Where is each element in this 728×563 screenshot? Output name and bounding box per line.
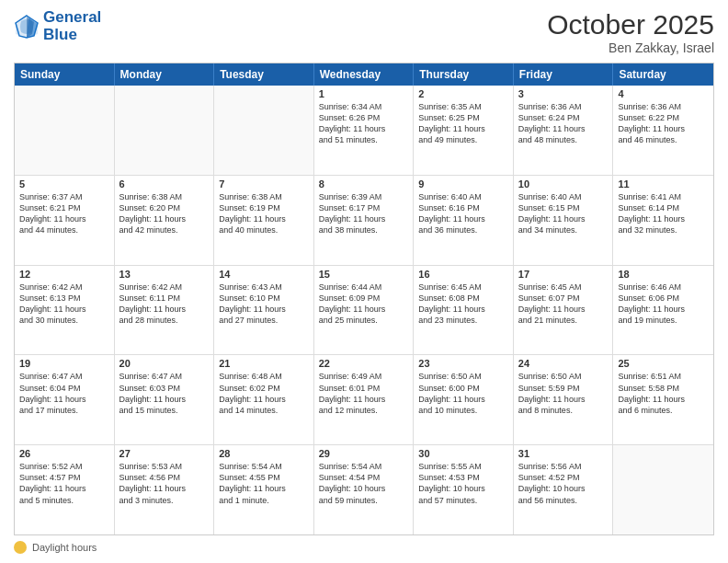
cell-info: Sunrise: 6:44 AM Sunset: 6:09 PM Dayligh…	[319, 282, 409, 327]
day-number: 22	[319, 358, 409, 369]
calendar-cell-14: 14Sunrise: 6:43 AM Sunset: 6:10 PM Dayli…	[214, 266, 314, 355]
day-number: 28	[219, 448, 309, 459]
cell-info: Sunrise: 5:55 AM Sunset: 4:53 PM Dayligh…	[418, 461, 508, 506]
day-number: 18	[618, 269, 709, 280]
day-number: 24	[518, 358, 609, 369]
cell-info: Sunrise: 6:40 AM Sunset: 6:15 PM Dayligh…	[518, 191, 609, 236]
cell-info: Sunrise: 6:39 AM Sunset: 6:17 PM Dayligh…	[319, 191, 409, 236]
day-number: 21	[219, 358, 309, 369]
calendar-cell-5: 5Sunrise: 6:37 AM Sunset: 6:21 PM Daylig…	[15, 176, 115, 265]
cell-info: Sunrise: 6:38 AM Sunset: 6:20 PM Dayligh…	[119, 191, 210, 236]
cell-info: Sunrise: 6:49 AM Sunset: 6:01 PM Dayligh…	[319, 371, 409, 416]
cell-info: Sunrise: 5:54 AM Sunset: 4:55 PM Dayligh…	[219, 461, 309, 506]
calendar-body: 1Sunrise: 6:34 AM Sunset: 6:26 PM Daylig…	[15, 86, 713, 534]
cell-info: Sunrise: 6:36 AM Sunset: 6:22 PM Dayligh…	[618, 101, 709, 146]
cell-info: Sunrise: 6:41 AM Sunset: 6:14 PM Dayligh…	[618, 191, 709, 236]
logo-icon	[14, 14, 40, 40]
footer: Daylight hours	[14, 541, 714, 554]
footer-label: Daylight hours	[32, 542, 97, 553]
month-title: October 2025	[547, 9, 714, 40]
cell-info: Sunrise: 6:42 AM Sunset: 6:13 PM Dayligh…	[19, 282, 109, 327]
day-number: 2	[418, 88, 508, 99]
calendar-cell-28: 28Sunrise: 5:54 AM Sunset: 4:55 PM Dayli…	[214, 445, 314, 534]
calendar: SundayMondayTuesdayWednesdayThursdayFrid…	[14, 63, 714, 535]
cell-info: Sunrise: 6:46 AM Sunset: 6:06 PM Dayligh…	[618, 282, 709, 327]
calendar-cell-6: 6Sunrise: 6:38 AM Sunset: 6:20 PM Daylig…	[115, 176, 215, 265]
day-number: 4	[618, 88, 709, 99]
calendar-cell-3: 3Sunrise: 6:36 AM Sunset: 6:24 PM Daylig…	[514, 86, 614, 175]
calendar-cell-10: 10Sunrise: 6:40 AM Sunset: 6:15 PM Dayli…	[514, 176, 614, 265]
title-block: October 2025 Ben Zakkay, Israel	[547, 9, 714, 55]
cell-info: Sunrise: 6:45 AM Sunset: 6:08 PM Dayligh…	[418, 282, 508, 327]
calendar-cell-9: 9Sunrise: 6:40 AM Sunset: 6:16 PM Daylig…	[414, 176, 514, 265]
cell-info: Sunrise: 6:34 AM Sunset: 6:26 PM Dayligh…	[319, 101, 409, 146]
cell-info: Sunrise: 6:47 AM Sunset: 6:04 PM Dayligh…	[19, 371, 109, 416]
calendar-cell-25: 25Sunrise: 6:51 AM Sunset: 5:58 PM Dayli…	[613, 355, 713, 444]
day-number: 16	[418, 269, 508, 280]
cell-info: Sunrise: 6:50 AM Sunset: 6:00 PM Dayligh…	[418, 371, 508, 416]
day-number: 26	[19, 448, 109, 459]
day-number: 11	[618, 178, 709, 190]
day-number: 30	[418, 448, 508, 459]
day-number: 17	[518, 269, 609, 280]
cell-info: Sunrise: 6:42 AM Sunset: 6:11 PM Dayligh…	[119, 282, 210, 327]
cell-info: Sunrise: 6:40 AM Sunset: 6:16 PM Dayligh…	[418, 191, 508, 236]
calendar-cell-7: 7Sunrise: 6:38 AM Sunset: 6:19 PM Daylig…	[214, 176, 314, 265]
calendar-cell-2: 2Sunrise: 6:35 AM Sunset: 6:25 PM Daylig…	[414, 86, 514, 175]
day-number: 8	[319, 178, 409, 190]
calendar-cell-27: 27Sunrise: 5:53 AM Sunset: 4:56 PM Dayli…	[115, 445, 215, 534]
calendar-cell-29: 29Sunrise: 5:54 AM Sunset: 4:54 PM Dayli…	[314, 445, 415, 534]
weekday-header-tuesday: Tuesday	[214, 63, 314, 86]
day-number: 19	[19, 358, 109, 369]
weekday-header-saturday: Saturday	[613, 63, 713, 86]
cell-info: Sunrise: 6:35 AM Sunset: 6:25 PM Dayligh…	[418, 101, 508, 146]
calendar-cell-empty-0-1	[115, 86, 215, 175]
weekday-header-monday: Monday	[115, 63, 215, 86]
cell-info: Sunrise: 5:56 AM Sunset: 4:52 PM Dayligh…	[518, 461, 609, 506]
calendar-row-2: 12Sunrise: 6:42 AM Sunset: 6:13 PM Dayli…	[15, 266, 713, 356]
calendar-cell-30: 30Sunrise: 5:55 AM Sunset: 4:53 PM Dayli…	[414, 445, 514, 534]
day-number: 23	[418, 358, 508, 369]
calendar-cell-31: 31Sunrise: 5:56 AM Sunset: 4:52 PM Dayli…	[514, 445, 614, 534]
calendar-cell-21: 21Sunrise: 6:48 AM Sunset: 6:02 PM Dayli…	[214, 355, 314, 444]
calendar-cell-22: 22Sunrise: 6:49 AM Sunset: 6:01 PM Dayli…	[314, 355, 415, 444]
day-number: 27	[119, 448, 210, 459]
day-number: 29	[319, 448, 409, 459]
calendar-cell-11: 11Sunrise: 6:41 AM Sunset: 6:14 PM Dayli…	[613, 176, 713, 265]
day-number: 9	[418, 178, 508, 190]
day-number: 7	[219, 178, 309, 190]
day-number: 12	[19, 269, 109, 280]
calendar-cell-8: 8Sunrise: 6:39 AM Sunset: 6:17 PM Daylig…	[314, 176, 415, 265]
location-subtitle: Ben Zakkay, Israel	[547, 40, 714, 55]
calendar-row-3: 19Sunrise: 6:47 AM Sunset: 6:04 PM Dayli…	[15, 355, 713, 445]
calendar-cell-20: 20Sunrise: 6:47 AM Sunset: 6:03 PM Dayli…	[115, 355, 215, 444]
day-number: 13	[119, 269, 210, 280]
calendar-cell-18: 18Sunrise: 6:46 AM Sunset: 6:06 PM Dayli…	[613, 266, 713, 355]
day-number: 6	[119, 178, 210, 190]
calendar-cell-16: 16Sunrise: 6:45 AM Sunset: 6:08 PM Dayli…	[414, 266, 514, 355]
cell-info: Sunrise: 6:51 AM Sunset: 5:58 PM Dayligh…	[618, 371, 709, 416]
calendar-row-1: 5Sunrise: 6:37 AM Sunset: 6:21 PM Daylig…	[15, 176, 713, 266]
day-number: 25	[618, 358, 709, 369]
calendar-cell-empty-0-2	[214, 86, 314, 175]
cell-info: Sunrise: 5:52 AM Sunset: 4:57 PM Dayligh…	[19, 461, 109, 506]
weekday-header-sunday: Sunday	[15, 63, 115, 86]
day-number: 15	[319, 269, 409, 280]
cell-info: Sunrise: 5:53 AM Sunset: 4:56 PM Dayligh…	[119, 461, 210, 506]
weekday-header-thursday: Thursday	[414, 63, 514, 86]
calendar-cell-1: 1Sunrise: 6:34 AM Sunset: 6:26 PM Daylig…	[314, 86, 415, 175]
cell-info: Sunrise: 6:43 AM Sunset: 6:10 PM Dayligh…	[219, 282, 309, 327]
daylight-icon	[14, 541, 27, 554]
weekday-header-wednesday: Wednesday	[314, 63, 415, 86]
cell-info: Sunrise: 6:38 AM Sunset: 6:19 PM Dayligh…	[219, 191, 309, 236]
day-number: 3	[518, 88, 609, 99]
cell-info: Sunrise: 6:47 AM Sunset: 6:03 PM Dayligh…	[119, 371, 210, 416]
calendar-cell-17: 17Sunrise: 6:45 AM Sunset: 6:07 PM Dayli…	[514, 266, 614, 355]
day-number: 5	[19, 178, 109, 190]
calendar-cell-15: 15Sunrise: 6:44 AM Sunset: 6:09 PM Dayli…	[314, 266, 415, 355]
weekday-header-friday: Friday	[514, 63, 614, 86]
calendar-row-4: 26Sunrise: 5:52 AM Sunset: 4:57 PM Dayli…	[15, 445, 713, 534]
day-number: 10	[518, 178, 609, 190]
header: General Blue October 2025 Ben Zakkay, Is…	[14, 9, 714, 55]
calendar-cell-19: 19Sunrise: 6:47 AM Sunset: 6:04 PM Dayli…	[15, 355, 115, 444]
